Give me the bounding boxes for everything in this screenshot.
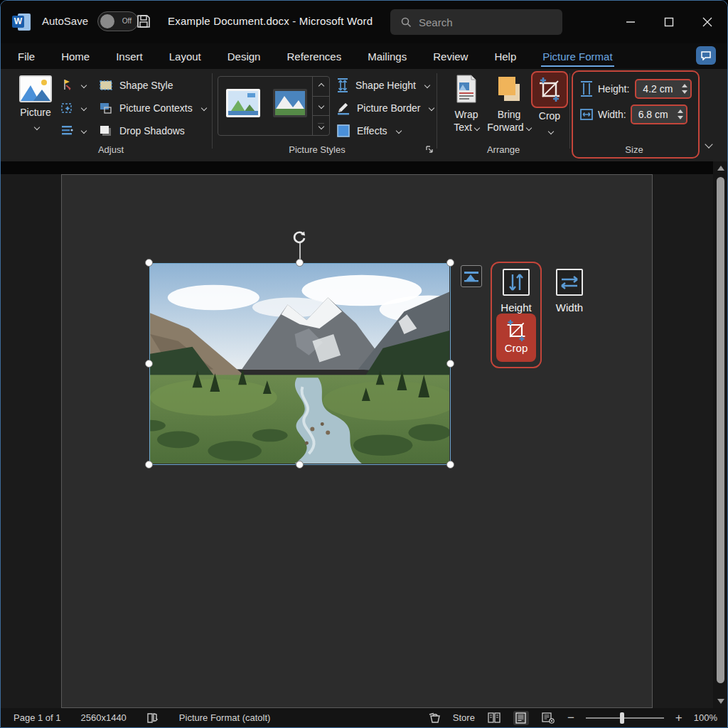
tab-design[interactable]: Design bbox=[226, 46, 262, 67]
vertical-scrollbar[interactable] bbox=[713, 161, 728, 708]
drop-shadows-button[interactable]: Drop Shadows bbox=[99, 119, 211, 142]
bring-forward-icon bbox=[496, 75, 523, 104]
tab-references[interactable]: References bbox=[285, 46, 343, 67]
proofing-icon[interactable] bbox=[146, 712, 159, 724]
width-value: 6.8 cm bbox=[638, 109, 668, 120]
gallery-scroll-down[interactable] bbox=[313, 97, 329, 117]
tab-review[interactable]: Review bbox=[432, 46, 469, 67]
zoom-level[interactable]: 100% bbox=[694, 712, 717, 723]
crop-label-wrap[interactable]: Crop bbox=[529, 110, 570, 134]
search-icon bbox=[400, 16, 412, 28]
style-thumbnail-2[interactable] bbox=[273, 89, 307, 117]
resize-handle-top-middle[interactable] bbox=[296, 259, 304, 267]
search-input[interactable] bbox=[419, 16, 547, 28]
zoom-out-button[interactable]: − bbox=[567, 711, 574, 725]
scroll-down-arrow-icon[interactable] bbox=[717, 699, 724, 704]
recolor-icon bbox=[60, 78, 75, 92]
autosave-state: Off bbox=[122, 17, 132, 25]
recolor-button[interactable] bbox=[60, 74, 92, 97]
document-area: Height Width Crop bbox=[1, 174, 713, 708]
web-layout-icon[interactable] bbox=[540, 711, 556, 725]
float-width-button[interactable]: Width bbox=[550, 269, 589, 314]
shape-height-icon bbox=[336, 77, 349, 93]
width-field-icon bbox=[579, 106, 594, 123]
bring-forward-label: Bring Forward bbox=[487, 109, 523, 133]
tab-insert[interactable]: Insert bbox=[114, 46, 144, 67]
resize-handle-bottom-middle[interactable] bbox=[296, 461, 304, 469]
wrap-text-button[interactable]: Wrap Text bbox=[444, 74, 488, 134]
read-mode-icon[interactable] bbox=[486, 711, 502, 725]
chevron-down-icon bbox=[81, 128, 87, 134]
tab-file[interactable]: File bbox=[16, 46, 36, 67]
crop-button[interactable] bbox=[531, 71, 568, 108]
zoom-in-button[interactable]: + bbox=[675, 711, 682, 725]
width-field-label: Width: bbox=[598, 109, 626, 120]
picture-button-label: Picture bbox=[16, 107, 55, 118]
height-spinner[interactable] bbox=[682, 84, 687, 94]
resolution-indicator: 2560x1440 bbox=[81, 712, 127, 723]
shape-height-button[interactable]: Shape Height bbox=[336, 74, 429, 97]
tab-layout[interactable]: Layout bbox=[168, 46, 203, 67]
search-box[interactable] bbox=[390, 9, 562, 35]
bring-forward-button[interactable]: Bring Forward bbox=[487, 74, 531, 134]
zoom-slider-track bbox=[586, 717, 664, 719]
float-crop-button[interactable]: Crop bbox=[496, 314, 536, 362]
resize-handle-top-left[interactable] bbox=[145, 259, 153, 267]
tab-home[interactable]: Home bbox=[60, 46, 91, 67]
scroll-up-arrow-icon[interactable] bbox=[717, 166, 724, 171]
picture-icon bbox=[19, 75, 52, 102]
close-button[interactable] bbox=[693, 11, 722, 33]
picture-border-icon bbox=[336, 101, 350, 115]
save-icon[interactable] bbox=[136, 14, 151, 29]
resize-handle-bottom-right[interactable] bbox=[446, 461, 454, 469]
resize-handle-top-right[interactable] bbox=[446, 259, 454, 267]
dialog-launcher-icon[interactable] bbox=[425, 145, 434, 154]
chevron-down-icon bbox=[424, 82, 430, 88]
picture-border-button[interactable]: Picture Border bbox=[336, 97, 434, 119]
document-page[interactable]: Height Width Crop bbox=[61, 174, 653, 708]
transparency-button[interactable] bbox=[60, 119, 92, 142]
width-spinner[interactable] bbox=[678, 109, 683, 119]
comments-button[interactable] bbox=[696, 46, 716, 65]
picture-contexts-icon bbox=[99, 102, 113, 114]
picture-button[interactable]: Picture bbox=[16, 74, 55, 145]
zoom-slider-thumb[interactable] bbox=[620, 712, 624, 724]
picture-styles-gallery[interactable] bbox=[218, 76, 330, 136]
corrections-button[interactable] bbox=[60, 97, 92, 119]
selected-image[interactable] bbox=[149, 263, 451, 465]
float-height-button[interactable]: Height bbox=[496, 269, 536, 314]
effects-button[interactable]: Effects bbox=[336, 119, 401, 142]
tab-picture-format[interactable]: Picture Format bbox=[541, 46, 614, 67]
float-height-icon bbox=[503, 269, 530, 296]
lines-icon bbox=[60, 124, 75, 138]
chevron-down-icon bbox=[429, 105, 434, 111]
maximize-button[interactable] bbox=[655, 11, 683, 33]
resize-handle-middle-right[interactable] bbox=[446, 360, 454, 368]
ribbon-collapse-chevron-icon[interactable] bbox=[705, 140, 712, 148]
gallery-more-button[interactable] bbox=[313, 116, 329, 135]
shape-style-button[interactable]: Shape Style bbox=[99, 74, 211, 97]
rotate-handle[interactable] bbox=[291, 229, 308, 246]
zoom-slider[interactable] bbox=[586, 712, 664, 724]
tab-mailings[interactable]: Mailings bbox=[366, 46, 408, 67]
toggle-knob bbox=[100, 14, 114, 28]
picture-contexts-button[interactable]: Picture Contexts bbox=[99, 97, 211, 119]
effects-label: Effects bbox=[357, 125, 387, 136]
page-indicator[interactable]: Page 1 of 1 bbox=[14, 712, 61, 723]
gallery-scroll-up[interactable] bbox=[313, 77, 329, 97]
scrollbar-thumb[interactable] bbox=[717, 177, 724, 683]
store-label[interactable]: Store bbox=[453, 712, 475, 723]
chevron-down-icon bbox=[200, 105, 206, 111]
style-thumbnail-1[interactable] bbox=[226, 89, 260, 117]
print-layout-icon[interactable] bbox=[513, 711, 529, 725]
tab-help[interactable]: Help bbox=[493, 46, 518, 67]
minimize-button[interactable] bbox=[616, 11, 645, 33]
width-input[interactable]: 6.8 cm bbox=[631, 105, 687, 124]
height-input[interactable]: 4.2 cm bbox=[635, 79, 692, 99]
resize-handle-middle-left[interactable] bbox=[145, 360, 153, 368]
resize-handle-bottom-left[interactable] bbox=[145, 461, 153, 469]
layout-options-button[interactable] bbox=[461, 265, 482, 287]
crop-label: Crop bbox=[529, 110, 570, 122]
store-icon[interactable] bbox=[429, 712, 441, 724]
autosave-toggle[interactable]: Off bbox=[97, 11, 139, 31]
